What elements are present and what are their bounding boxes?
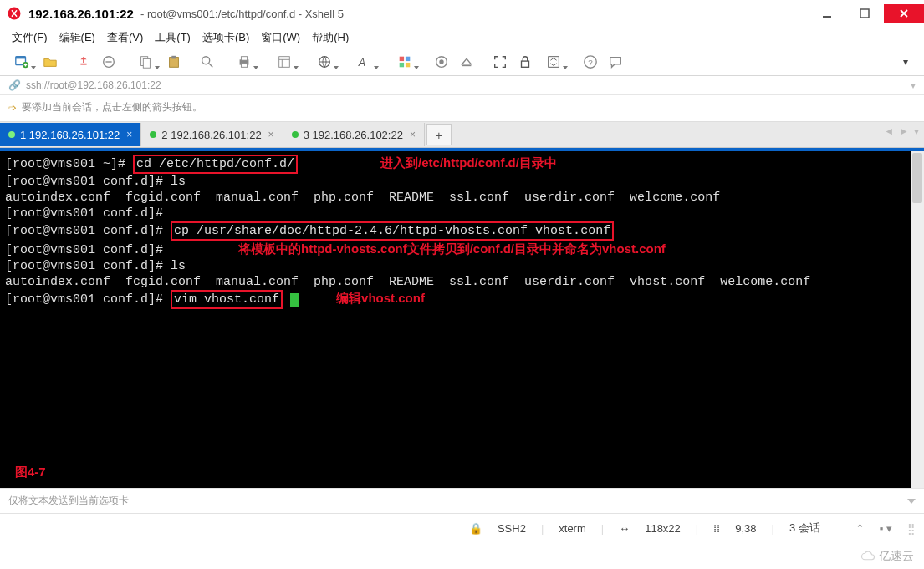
send-text-bar[interactable]: 仅将文本发送到当前选项卡 — [0, 488, 924, 513]
menu-tools[interactable]: 工具(T) — [155, 30, 191, 45]
help-button[interactable]: ? — [579, 52, 602, 72]
reconnect-button[interactable] — [72, 52, 95, 72]
svg-rect-15 — [279, 57, 290, 68]
terminal[interactable]: [root@vms001 ~]# cd /etc/httpd/conf.d/ 进… — [0, 148, 924, 488]
status-grip-icon[interactable]: ⣿ — [907, 522, 916, 535]
annotation-1: 进入到/etc/httpd/conf.d/目录中 — [380, 155, 557, 170]
send-dropdown-icon[interactable] — [907, 499, 916, 504]
menu-view[interactable]: 查看(V) — [107, 30, 143, 45]
tab-next-icon[interactable]: ► — [899, 125, 909, 137]
highlight-cmd-vim: vim vhost.conf — [171, 290, 283, 309]
menu-help[interactable]: 帮助(H) — [312, 30, 349, 45]
tab-close-icon[interactable]: × — [410, 129, 416, 140]
address-bar: 🔗 ssh://root@192.168.26.101:22 ▾ — [0, 76, 924, 95]
svg-rect-13 — [241, 57, 247, 61]
svg-rect-14 — [241, 64, 247, 68]
new-tab-button[interactable]: + — [426, 124, 452, 145]
terminal-scrollbar[interactable] — [911, 151, 924, 488]
highlight-cmd-cd: cd /etc/httpd/conf.d/ — [133, 155, 298, 174]
svg-rect-18 — [400, 57, 404, 61]
brand-watermark: 亿速云 — [855, 547, 919, 566]
maximize-button[interactable] — [846, 4, 883, 23]
title-ip: 192.168.26.101:22 — [28, 7, 134, 21]
svg-rect-2 — [860, 9, 869, 18]
font-button[interactable]: A — [350, 52, 380, 72]
link-icon: 🔗 — [8, 79, 21, 91]
fullscreen-button[interactable] — [488, 52, 512, 72]
tab-close-icon[interactable]: × — [268, 129, 274, 140]
new-session-button[interactable] — [7, 52, 37, 72]
app-icon — [7, 6, 22, 21]
title-path: - root@vms001:/etc/httpd/conf.d - Xshell… — [140, 8, 344, 20]
scroll-lock-button[interactable] — [539, 52, 569, 72]
hint-text: 要添加当前会话，点击左侧的箭头按钮。 — [22, 100, 202, 114]
status-termtype: xterm — [559, 522, 586, 535]
annotation-3: 编辑vhost.conf — [336, 291, 425, 305]
find-button[interactable] — [196, 52, 219, 72]
status-sessions: 3 会话 — [789, 521, 820, 536]
status-cursor: 9,38 — [735, 522, 756, 535]
open-session-button[interactable] — [38, 52, 62, 72]
minimize-button[interactable] — [809, 4, 845, 23]
menu-edit[interactable]: 编辑(E) — [59, 30, 95, 45]
menubar: 文件(F) 编辑(E) 查看(V) 工具(T) 选项卡(B) 窗口(W) 帮助(… — [0, 27, 924, 50]
copy-button[interactable] — [130, 52, 161, 72]
status-size: 118x22 — [645, 522, 681, 535]
tab-nav: ◄ ► ▾ — [884, 125, 919, 137]
session-tab-2[interactable]: 2 192.168.26.101:22 × — [141, 123, 283, 146]
tab-list-icon[interactable]: ▾ — [914, 125, 919, 137]
xftp-button[interactable] — [455, 52, 478, 72]
status-bar: 🔒 SSH2 | xterm | ↔ 118x22 | ⁞⁞ 9,38 | 3 … — [0, 513, 924, 542]
svg-rect-19 — [406, 57, 410, 61]
svg-rect-10 — [171, 56, 176, 59]
menu-window[interactable]: 窗口(W) — [261, 30, 300, 45]
send-text-placeholder: 仅将文本发送到当前选项卡 — [8, 494, 129, 508]
add-session-icon[interactable]: ➩ — [8, 102, 17, 114]
svg-rect-24 — [522, 61, 529, 67]
status-lock-icon: 🔒 — [469, 522, 482, 535]
properties-button[interactable] — [269, 52, 299, 72]
svg-text:A: A — [358, 57, 365, 69]
toolbar-overflow[interactable]: ▾ — [894, 52, 917, 72]
disconnect-button[interactable] — [97, 52, 120, 72]
svg-point-23 — [439, 59, 443, 64]
status-cursor-icon: ⁞⁞ — [713, 522, 720, 535]
status-dot-icon — [150, 131, 156, 138]
status-dropdown-icon[interactable]: ▪ ▾ — [880, 522, 892, 535]
svg-rect-21 — [406, 63, 410, 67]
print-button[interactable] — [229, 52, 259, 72]
svg-rect-1 — [823, 16, 831, 18]
lock-button[interactable] — [513, 52, 537, 72]
status-size-icon: ↔ — [619, 522, 630, 535]
terminal-cursor — [290, 293, 299, 307]
cloud-icon — [860, 549, 876, 564]
svg-point-11 — [202, 57, 210, 64]
tab-close-icon[interactable]: × — [126, 129, 132, 140]
status-dot-icon — [8, 131, 15, 138]
address-text[interactable]: ssh://root@192.168.26.101:22 — [26, 79, 161, 91]
feedback-button[interactable] — [604, 52, 627, 72]
svg-text:?: ? — [588, 58, 593, 67]
figure-label: 图4-7 — [15, 464, 46, 480]
session-tab-1[interactable]: 1 192.168.26.101:22 × — [0, 123, 141, 146]
session-tab-3[interactable]: 3 192.168.26.102:22 × — [283, 123, 425, 146]
session-tabbar: 1 192.168.26.101:22 × 2 192.168.26.101:2… — [0, 122, 924, 148]
status-dot-icon — [292, 131, 299, 138]
xagent-button[interactable] — [430, 52, 453, 72]
svg-rect-4 — [16, 57, 26, 59]
color-scheme-button[interactable] — [390, 52, 420, 72]
menu-file[interactable]: 文件(F) — [12, 30, 48, 45]
address-dropdown[interactable]: ▾ — [911, 79, 916, 91]
status-up-icon[interactable]: ⌃ — [855, 522, 865, 535]
tab-prev-icon[interactable]: ◄ — [884, 125, 894, 137]
annotation-2: 将模板中的httpd-vhosts.conf文件拷贝到/conf.d/目录中并命… — [238, 241, 666, 256]
language-button[interactable] — [309, 52, 339, 72]
status-protocol: SSH2 — [498, 522, 526, 535]
highlight-cmd-cp: cp /usr/share/doc/httpd-2.4.6/httpd-vhos… — [171, 221, 614, 241]
close-button[interactable] — [884, 4, 924, 23]
paste-button[interactable] — [162, 52, 186, 72]
svg-rect-20 — [400, 63, 404, 67]
menu-tabs[interactable]: 选项卡(B) — [202, 30, 249, 45]
svg-rect-8 — [143, 58, 150, 68]
hint-bar: ➩ 要添加当前会话，点击左侧的箭头按钮。 — [0, 95, 924, 122]
